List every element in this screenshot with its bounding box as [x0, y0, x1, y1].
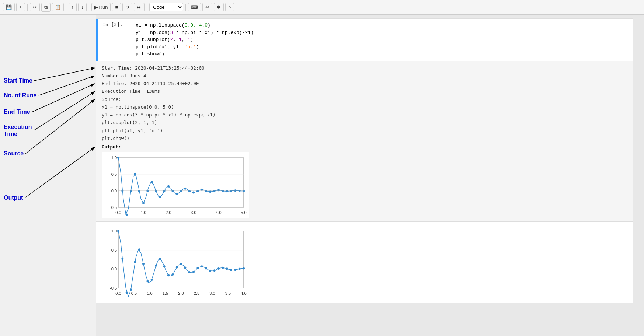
output-label-value: Output: — [102, 143, 627, 151]
fast-forward-icon: ⏭ — [137, 4, 142, 10]
num-runs-value: Number of Runs:4 — [102, 72, 627, 80]
divider-1 — [27, 4, 28, 11]
start-time-value: Start Time: 2020-04-21T13:25:44+02:00 — [102, 64, 627, 72]
fast-forward-button[interactable]: ⏭ — [134, 3, 145, 11]
run-icon: ▶ — [94, 4, 98, 10]
copy-button[interactable]: ⧉ — [41, 3, 51, 12]
end-time-label: End Time — [4, 109, 30, 115]
annotation-area: Start Time No. of Runs End Time Executio… — [0, 15, 96, 336]
paste-icon: 📋 — [55, 4, 61, 10]
svg-line-1 — [34, 68, 95, 81]
main-area: Start Time No. of Runs End Time Executio… — [0, 15, 644, 336]
no-of-runs-label: No. of Runs — [4, 92, 37, 99]
add-cell-button[interactable]: + — [16, 3, 25, 11]
divider-3 — [89, 4, 89, 11]
cell-type-select[interactable]: Code Markdown Raw — [149, 3, 183, 11]
output-label: Output — [4, 195, 23, 201]
execution-time-label: ExecutionTime — [4, 123, 32, 137]
move-up-button[interactable]: ↑ — [69, 3, 77, 11]
undo-button[interactable]: ↩ — [202, 3, 212, 11]
svg-line-3 — [32, 84, 95, 112]
svg-line-5 — [25, 99, 95, 154]
start-time-label: Start Time — [4, 77, 32, 84]
cell-inner: In [3]: x1 = np.linspace(0.0, 4.0) y1 = … — [98, 19, 633, 61]
code-line-2: y1 = np.cos(3 * np.pi * x1) * np.exp(-x1… — [136, 29, 254, 36]
down-arrow-icon: ↓ — [81, 4, 84, 10]
asterisk-button[interactable]: ✱ — [214, 3, 224, 11]
stop-icon: ■ — [115, 4, 118, 10]
divider-5 — [185, 4, 186, 11]
source-line-5: plt.show() — [102, 134, 627, 142]
code-line-4: plt.plot(x1, y1, 'o-') — [136, 43, 254, 51]
copy-icon: ⧉ — [44, 4, 48, 10]
keyboard-icon: ⌨ — [191, 4, 198, 10]
run-label: Run — [99, 4, 108, 10]
circle-button[interactable]: ○ — [225, 3, 234, 11]
cut-icon: ✂ — [33, 4, 37, 10]
code-line-1: x1 = np.linspace(0.0, 4.0) — [136, 22, 254, 29]
divider-2 — [66, 4, 66, 11]
move-down-button[interactable]: ↓ — [78, 3, 87, 11]
code-line-3: plt.subplot(2, 1, 1) — [136, 36, 254, 43]
cell-row: In [3]: x1 = np.linspace(0.0, 4.0) y1 = … — [102, 22, 628, 58]
cut-button[interactable]: ✂ — [30, 3, 40, 11]
paste-button[interactable]: 📋 — [52, 3, 64, 11]
asterisk-icon: ✱ — [217, 4, 221, 10]
divider-4 — [147, 4, 147, 11]
restart-icon: ↺ — [125, 4, 129, 10]
restart-button[interactable]: ↺ — [122, 3, 132, 11]
chart-2-canvas — [102, 225, 249, 299]
source-label: Source — [4, 150, 24, 157]
run-button[interactable]: ▶ Run — [91, 3, 111, 11]
save-icon: 💾 — [6, 4, 12, 10]
notebook-area: In [3]: x1 = np.linspace(0.0, 4.0) y1 = … — [96, 15, 644, 336]
keyboard-button[interactable]: ⌨ — [188, 3, 201, 11]
annotations-svg — [0, 15, 96, 336]
end-time-value: End Time: 2020-04-21T13:25:44+02:00 — [102, 80, 627, 87]
plus-icon: + — [19, 4, 22, 10]
svg-line-4 — [34, 91, 95, 130]
source-label-value: Source: — [102, 95, 627, 103]
code-cell: In [3]: x1 = np.linspace(0.0, 4.0) y1 = … — [96, 18, 633, 61]
chart-1-container — [102, 152, 627, 218]
source-line-4: plt.plot(x1, y1, 'o-') — [102, 127, 627, 134]
svg-line-2 — [39, 76, 95, 95]
code-line-5: plt.show() — [136, 50, 254, 58]
output-metadata-cell: Start Time: 2020-04-21T13:25:44+02:00 Nu… — [96, 61, 633, 222]
up-arrow-icon: ↑ — [72, 4, 74, 10]
undo-icon: ↩ — [205, 4, 209, 10]
code-block[interactable]: x1 = np.linspace(0.0, 4.0) y1 = np.cos(3… — [133, 22, 254, 58]
svg-line-6 — [25, 147, 95, 198]
source-line-1: x1 = np.linspace(0.0, 5.0) — [102, 103, 627, 111]
chart-1-canvas — [102, 152, 249, 218]
source-line-2: y1 = np.cos(3 * np.pi * x1) * np.exp(-x1… — [102, 111, 627, 119]
circle-icon: ○ — [228, 4, 231, 10]
toolbar: 💾 + ✂ ⧉ 📋 ↑ ↓ ▶ Run ■ ↺ ⏭ Code Markdown … — [0, 0, 644, 15]
cell-prompt: In [3]: — [102, 22, 128, 27]
save-button[interactable]: 💾 — [3, 3, 15, 11]
stop-button[interactable]: ■ — [112, 3, 121, 11]
source-line-3: plt.subplot(2, 1, 1) — [102, 119, 627, 126]
exec-time-value: Execution Time: 138ms — [102, 87, 627, 95]
chart-2-container — [96, 222, 633, 303]
